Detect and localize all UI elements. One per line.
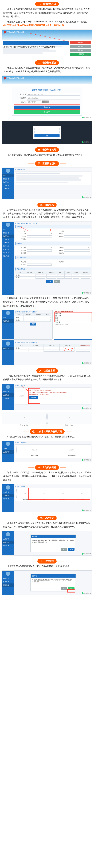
files-screenshot: 上传照片 上传资料 确认报名 首页 / 上传资料 上传户口本首页 上传户口本本人… [2, 484, 92, 512]
dark-login-button[interactable]: 登录 [34, 134, 60, 137]
input-id[interactable] [64, 233, 90, 235]
sidebar-item-form[interactable]: 填报信息 [2, 181, 14, 184]
sidebar-item-files[interactable]: 上传资料 [2, 187, 14, 190]
notice-screenshot: 首页 报考管理 填报信息 上传照片 上传资料 首页 / 报考须知 西藏微青年 [2, 167, 92, 199]
input-pass[interactable]: 请输入登录密码 [27, 97, 80, 99]
login-button[interactable]: 立即登录 [14, 105, 80, 109]
sidebar-item-print[interactable]: 打印报名 [2, 248, 14, 251]
modal-ok-button[interactable]: 确认 [68, 548, 74, 551]
select-nation[interactable] [27, 233, 52, 235]
select-sex[interactable] [64, 230, 90, 232]
select-type[interactable] [27, 247, 52, 249]
dark-login-panel: 登录 [33, 126, 61, 139]
modal-cancel-button[interactable]: 取消 [61, 548, 67, 551]
step-7-title: 六、上传报名照 [37, 368, 58, 373]
fee-panel: 志愿填报校验提示 / 费用明细 报考类别费—— 报名手续费—— 考试费—— 体检… [54, 310, 92, 340]
save-button[interactable]: 保存 [46, 280, 52, 283]
callout-box [54, 312, 92, 322]
portal-title: 西藏自治区教育考试院 [4, 31, 24, 33]
id-front-slot[interactable]: 点击上传 [16, 446, 52, 454]
panel-apply-title: 报考信息 [15, 242, 91, 245]
save-button[interactable]: 保存 [30, 322, 37, 326]
sidebar-item-confirm[interactable]: 确认报名 [2, 540, 14, 544]
pref-input[interactable] [65, 277, 72, 279]
pref-input[interactable] [80, 274, 90, 276]
step-1-title: 一、网报系统入口 [35, 2, 59, 6]
portal-nav-bar[interactable] [3, 41, 69, 45]
pref-input[interactable] [46, 277, 56, 279]
step-5-desc: 1.考生在点击"报考文理王"的菜单"填写原始表格"，点击"西藏栏原始表格"进入原… [0, 208, 94, 221]
sidebar-item-files[interactable]: 上传资料 [2, 241, 14, 244]
step-10-title: 九、确认提交 [38, 516, 56, 520]
sidebar: 首页 报考管理 填报信息 上传照片 上传资料 确认报名 打印报名 提交审核 退出… [2, 222, 14, 294]
sidebar-item-submit[interactable]: 提交审核 [2, 584, 14, 587]
input-grad[interactable] [64, 261, 90, 263]
reset-button[interactable]: 忘记密码 [14, 110, 80, 114]
cancel-button[interactable]: 取消 [54, 280, 60, 283]
pref-input[interactable] [73, 277, 79, 279]
sidebar-item-manage[interactable]: 报考管理 [2, 231, 14, 235]
input-addr[interactable] [27, 238, 90, 240]
select-region[interactable] [27, 252, 52, 254]
wechat-icon [82, 141, 84, 143]
portal-admit-button[interactable]: 录取查询 [70, 49, 91, 52]
sidebar-item-home[interactable]: 首页 [2, 174, 14, 177]
close-icon[interactable]: × [74, 575, 74, 577]
close-icon[interactable]: × [74, 535, 74, 537]
sidebar-item-form[interactable]: 填报信息 [2, 235, 14, 238]
photo-upload-slot[interactable]: 点击上传 [17, 389, 27, 403]
select-exam[interactable] [64, 249, 90, 252]
sidebar-item-manage[interactable]: 报考管理 [2, 177, 14, 181]
pref-input[interactable] [36, 274, 45, 276]
pref-input[interactable] [57, 277, 64, 279]
idcard-screenshot: 上传照片 上传资料 首页 / 上传身份证 点击上传 身份证人像面 点击上传 身份… [2, 441, 92, 462]
label-captcha: 验证码 [14, 101, 26, 103]
dark-input-pass[interactable] [34, 131, 60, 133]
sidebar-item-photo[interactable]: 上传照片 [2, 393, 14, 397]
pref-input[interactable] [73, 274, 79, 276]
pref-form-screenshot: 首页 填报信息 首页 / 填报信息 / 普通原始表格填报 批次院校代码院校名称专… [2, 310, 52, 340]
sample-bad: ✖ [47, 412, 92, 424]
step-1-header: — — — 一、网报系统入口 — — — [0, 0, 94, 7]
wechat-icon [82, 509, 84, 511]
panel-pref-title: 录取志愿信息 [15, 268, 91, 271]
sidebar-item-photo[interactable]: 上传照片 [2, 184, 14, 187]
dark-input-user[interactable] [34, 128, 60, 130]
pref-input[interactable] [65, 274, 72, 276]
sidebar-item-submit[interactable]: 提交审核 [2, 251, 14, 254]
step-3-header: — — — 三、登录取考籍号 — — — [0, 146, 94, 153]
confirm-screenshot: 上传资料 确认报名 提交审核 确认提交× 请确认所有填报信息准确无误，提交后将进… [2, 531, 92, 556]
sidebar-item-confirm[interactable]: 确认报名 [2, 244, 14, 248]
pref-input[interactable] [46, 274, 56, 276]
pref-table: 批次 志愿序号 院校代码 院校名称 专业1 专业2 专业3 服从调剂 第一批 1 [15, 271, 91, 279]
input-school[interactable] [27, 261, 52, 263]
select-edu[interactable] [27, 264, 52, 266]
portal-notice[interactable]: [考试公告] 2024年西藏自治区高等教育自学考试报名通知 [3, 45, 63, 48]
portal-query-button[interactable]: 成绩查询 [70, 45, 91, 48]
id-back-slot[interactable]: 点击上传 [54, 446, 90, 454]
step-4-title: 四、查看报考须知 [35, 161, 59, 166]
input-user[interactable]: 请输入身份证号码/手机号 [27, 93, 80, 96]
step-7-desc: 3.考生在点击则导航菜单，点击报名照同时详细填报名照上传入口，进入上传照片页面，… [0, 374, 94, 383]
pref-input[interactable] [80, 277, 90, 279]
step-8-desc: 4.考生身份证信息填报及上传有色审证件信息，注：正反面需能清晰辨认。 [0, 435, 94, 440]
input-birth[interactable] [27, 236, 52, 238]
captcha-image[interactable] [42, 100, 49, 103]
select-subject[interactable] [64, 247, 90, 249]
input-phone[interactable] [64, 236, 90, 238]
input-zip[interactable] [64, 252, 90, 254]
wechat-icon [82, 362, 84, 364]
wechat-icon [82, 592, 84, 594]
pref-input[interactable] [36, 277, 45, 279]
pref-input[interactable] [57, 274, 64, 276]
sidebar-item-home[interactable]: 首页 [2, 228, 14, 231]
modal-cancel-button[interactable]: 取消 [61, 587, 67, 590]
panel-edu-title: 学历与注册信息 [15, 256, 91, 259]
input-captcha[interactable]: 请输入验证码 [27, 100, 41, 103]
sidebar-item-photo[interactable]: 上传照片 [2, 238, 14, 241]
submit-modal: 提交审核× 报名信息将提交至报名点进行审核，请耐心等待审核结果并关注短信/系统通… [30, 574, 76, 591]
step-6-desc: 2.填报志愿，考生按本人志愿正确填报考录取批次等等关键填报项目，认真选择适合自己… [0, 297, 94, 309]
select-lang[interactable] [27, 249, 52, 252]
sidebar-item-exit[interactable]: 退出系统 [2, 254, 14, 258]
id-front-label: 身份证人像面 [16, 455, 52, 457]
